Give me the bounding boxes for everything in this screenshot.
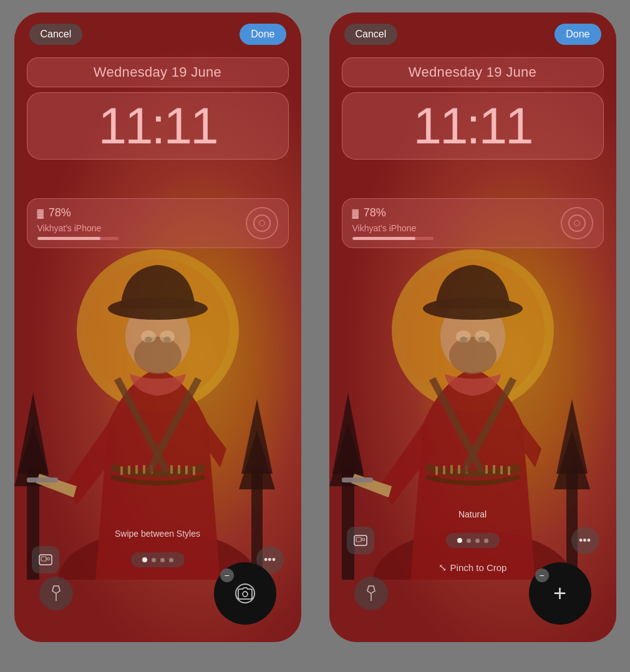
right-phone-screen: Cancel Done Wednesday 19 June 11:11 ▓ 78… (329, 12, 616, 642)
svg-point-24 (141, 330, 156, 343)
svg-rect-46 (500, 466, 503, 474)
svg-point-21 (134, 337, 182, 374)
battery-bar-fill-right (352, 237, 415, 240)
dot-4-left (169, 558, 173, 562)
dot-2-left (152, 558, 156, 562)
focus-circle-right (561, 207, 593, 239)
lockscreen-bottom-right: − + (329, 562, 616, 625)
natural-label-right: Natural (458, 509, 487, 519)
dot-3-left (160, 558, 165, 562)
battery-widget-left: ▓ 78% Vikhyat's iPhone (27, 198, 289, 248)
svg-rect-27 (41, 557, 46, 561)
done-button-right[interactable]: Done (555, 24, 601, 45)
flashlight-button-right[interactable] (354, 577, 388, 610)
focus-inner-left (253, 214, 271, 232)
svg-rect-18 (27, 478, 58, 482)
svg-rect-17 (193, 466, 195, 475)
battery-name-right: Vikhyat's iPhone (352, 223, 434, 233)
more-icon-right: ••• (579, 534, 591, 547)
svg-point-55 (475, 330, 490, 343)
svg-rect-9 (120, 466, 123, 475)
camera-fab-left[interactable]: − (214, 562, 276, 625)
svg-point-51 (449, 337, 497, 374)
battery-bar-fill-left (37, 237, 100, 240)
date-text-right: Wednesday 19 June (409, 64, 536, 80)
bottom-row-right: ••• (329, 527, 616, 554)
battery-info-right: ▓ 78% Vikhyat's iPhone (352, 206, 434, 240)
cancel-button-right[interactable]: Cancel (344, 24, 398, 45)
minus-badge-left: − (220, 569, 234, 582)
svg-rect-11 (135, 465, 138, 474)
battery-top-left: ▓ 78% (37, 206, 119, 219)
battery-name-left: Vikhyat's iPhone (37, 223, 119, 233)
plus-icon-right: + (553, 582, 566, 605)
dots-pill-right (446, 533, 500, 548)
date-widget-right: Wednesday 19 June (342, 57, 604, 87)
svg-point-54 (456, 330, 471, 343)
camera-fab-inner-left (235, 583, 255, 603)
dot-2-right (467, 539, 471, 543)
date-widget-left: Wednesday 19 June (27, 57, 289, 87)
svg-rect-16 (185, 466, 188, 474)
svg-rect-40 (443, 466, 445, 474)
svg-point-29 (243, 592, 248, 597)
dot-active-left (142, 557, 147, 562)
swipe-hint-left: Swipe between Styles (115, 529, 200, 539)
date-text-left: Wednesday 19 June (94, 64, 221, 80)
battery-bar-bg-left (37, 237, 119, 240)
svg-point-58 (362, 539, 364, 541)
svg-rect-14 (170, 465, 173, 474)
battery-bar-bg-right (352, 237, 434, 240)
battery-widget-right: ▓ 78% Vikhyat's iPhone (342, 198, 604, 248)
svg-point-25 (160, 330, 175, 343)
svg-rect-44 (485, 465, 488, 474)
time-text-left: 11:11 (98, 97, 216, 154)
focus-circle-left (246, 207, 278, 239)
battery-icon-right: ▓ (352, 208, 359, 218)
focus-inner-right (568, 214, 586, 232)
lockscreen-bottom-left: − (14, 562, 301, 625)
svg-rect-41 (450, 465, 453, 474)
done-button-left[interactable]: Done (240, 24, 286, 45)
svg-rect-48 (342, 478, 373, 482)
cancel-button-left[interactable]: Cancel (29, 24, 83, 45)
svg-rect-39 (435, 466, 438, 475)
battery-icon-left: ▓ (37, 208, 44, 218)
svg-rect-15 (178, 465, 180, 474)
focus-dot-right (574, 220, 580, 226)
svg-rect-47 (508, 466, 510, 475)
svg-rect-12 (143, 465, 145, 474)
battery-percent-right: 78% (364, 206, 386, 219)
svg-rect-10 (128, 466, 130, 474)
svg-rect-42 (458, 465, 460, 474)
top-bar-left: Cancel Done (14, 12, 301, 45)
time-widget-right: 11:11 (342, 92, 604, 160)
flashlight-button-left[interactable] (39, 577, 73, 610)
plus-fab-right[interactable]: − + (529, 562, 591, 625)
right-panel: Cancel Done Wednesday 19 June 11:11 ▓ 78… (315, 0, 630, 672)
top-bar-right: Cancel Done (329, 12, 616, 45)
left-phone-screen: Cancel Done Wednesday 19 June 11:11 ▓ 78… (14, 12, 301, 642)
dot-4-right (484, 539, 488, 543)
left-panel: Cancel Done Wednesday 19 June 11:11 ▓ 78… (0, 0, 315, 672)
dot-active-right (457, 538, 462, 543)
svg-point-28 (47, 558, 49, 560)
time-widget-left: 11:11 (27, 92, 289, 160)
svg-rect-45 (493, 465, 495, 474)
cowboy-figure (14, 206, 301, 580)
more-button-right[interactable]: ••• (571, 527, 599, 554)
battery-info-left: ▓ 78% Vikhyat's iPhone (37, 206, 119, 240)
gallery-button-right[interactable] (347, 527, 374, 554)
dot-3-right (475, 539, 480, 543)
battery-percent-left: 78% (49, 206, 71, 219)
focus-dot-left (259, 220, 265, 226)
minus-badge-right: − (535, 569, 549, 582)
time-text-right: 11:11 (413, 97, 531, 154)
svg-rect-57 (356, 537, 361, 542)
battery-top-right: ▓ 78% (352, 206, 434, 219)
